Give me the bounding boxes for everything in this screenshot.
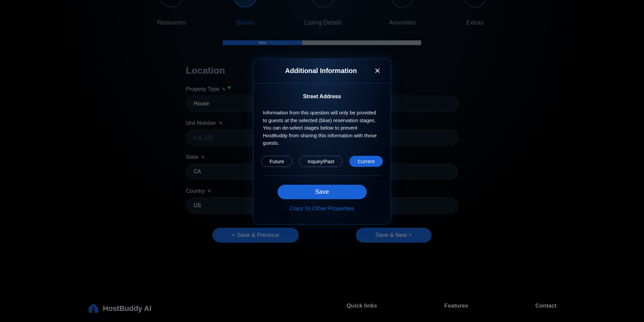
footer-links: Quick links Features Contact [347, 302, 557, 309]
copy-to-other-properties-link[interactable]: Copy To Other Properties [263, 205, 381, 212]
label-text: Property Type [186, 86, 219, 92]
close-button[interactable] [373, 66, 382, 75]
footer-col-quicklinks[interactable]: Quick links [347, 302, 377, 309]
additional-info-modal: Additional Information Street Address In… [253, 59, 391, 224]
label-text: State [186, 154, 198, 160]
house-icon [87, 302, 99, 315]
pencil-icon[interactable]: ✎ [207, 188, 211, 194]
user-icon [233, 0, 257, 7]
step-resources[interactable]: Resources [157, 0, 186, 26]
modal-body: Street Address Information from this que… [253, 83, 391, 224]
footer-brand: HostBuddy AI [87, 302, 152, 315]
pencil-icon[interactable]: ✎ [222, 86, 226, 92]
list-icon [311, 0, 335, 7]
svg-point-0 [92, 307, 95, 309]
modal-subtitle: Street Address [263, 94, 381, 100]
step-label: Amenities [389, 19, 416, 26]
save-previous-button[interactable]: < Save & Previous [212, 228, 298, 243]
stage-current-pill[interactable]: Current [349, 156, 383, 167]
step-label: Basics [236, 19, 254, 26]
wizard-stepper: Resources Basics Listing Details Ameniti… [0, 0, 644, 26]
extras-icon [463, 0, 487, 7]
step-label: Listing Details [304, 19, 342, 26]
step-label: Resources [157, 19, 186, 26]
stage-pills: Future Inquiry/Past Current [263, 156, 381, 167]
save-next-button[interactable]: Save & Next > [356, 228, 432, 243]
modal-header: Additional Information [253, 59, 391, 83]
modal-save-button[interactable]: Save [278, 185, 367, 199]
footer-col-contact[interactable]: Contact [535, 302, 557, 309]
progress-bar: 40% [223, 40, 421, 45]
nav-buttons: < Save & Previous Save & Next > [186, 228, 458, 243]
book-icon [159, 0, 184, 7]
modal-title: Additional Information [269, 67, 373, 75]
progress-fill: 40% [223, 40, 302, 45]
step-listing-details[interactable]: Listing Details [304, 0, 342, 26]
close-icon [374, 68, 380, 74]
step-amenities[interactable]: Amenities [389, 0, 416, 26]
stage-future-pill[interactable]: Future [261, 156, 292, 167]
brand-text: HostBuddy AI [103, 304, 152, 313]
pencil-icon[interactable]: ✎ [201, 154, 205, 160]
pencil-icon[interactable]: ✎ [219, 120, 223, 126]
label-text: Country [186, 188, 205, 194]
amenities-icon [390, 0, 414, 7]
stage-inquiry-past-pill[interactable]: Inquiry/Past [299, 156, 343, 167]
step-basics[interactable]: Basics [233, 0, 257, 26]
footer-col-features[interactable]: Features [444, 302, 468, 309]
progress-percent: 40% [259, 41, 266, 45]
divider [263, 176, 381, 176]
step-label: Extras [466, 19, 483, 26]
label-text: Unit Number [186, 120, 216, 126]
step-extras[interactable]: Extras [463, 0, 487, 26]
footer: HostBuddy AI Quick links Features Contac… [0, 295, 644, 322]
modal-description: Information from this question will only… [263, 109, 381, 147]
status-dot-icon [228, 86, 231, 89]
